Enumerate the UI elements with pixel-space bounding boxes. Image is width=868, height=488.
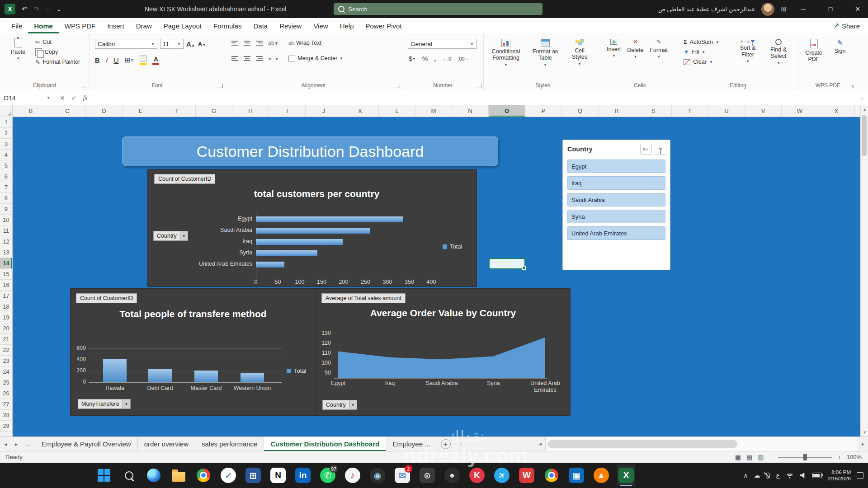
row-header-8[interactable]: 8	[0, 193, 12, 204]
taskbar-file-explorer-icon[interactable]	[170, 465, 188, 486]
wrap-text-button[interactable]: ab Wrap Text	[288, 40, 321, 46]
accounting-format-button[interactable]: $▼	[409, 55, 416, 62]
row-header-2[interactable]: 2	[0, 128, 12, 139]
row-header-13[interactable]: 13	[0, 247, 12, 258]
delete-cells-button[interactable]: ✕ Delete ▼	[627, 39, 643, 59]
wifi-icon[interactable]	[786, 472, 794, 479]
bar-iraq[interactable]	[256, 239, 343, 245]
ribbon-tab-review[interactable]: Review	[274, 18, 307, 33]
scroll-down-icon[interactable]: ▼	[861, 430, 868, 435]
name-box[interactable]: O14 ▼	[0, 90, 54, 105]
tray-expand-icon[interactable]: ∧	[743, 472, 748, 479]
avatar[interactable]	[761, 3, 774, 16]
vertical-scrollbar[interactable]: ▲ ▼	[860, 105, 868, 436]
row-header-29[interactable]: 29	[0, 421, 12, 432]
number-format-select[interactable]: General▼	[408, 39, 476, 49]
align-left-icon[interactable]	[231, 56, 238, 61]
column-header-H[interactable]: H	[232, 105, 269, 117]
column-header-K[interactable]: K	[342, 105, 379, 117]
merge-center-button[interactable]: Merge & Center ▼	[288, 55, 343, 61]
clear-button[interactable]: Clear ▼	[684, 57, 719, 67]
underline-button[interactable]: U	[114, 56, 119, 64]
row-header-24[interactable]: 24	[0, 366, 12, 377]
align-top-icon[interactable]	[231, 41, 238, 46]
row-header-12[interactable]: 12	[0, 236, 12, 247]
row-header-14[interactable]: 14	[0, 258, 12, 269]
dialog-launcher-icon[interactable]	[477, 84, 481, 88]
taskbar-music-app-icon[interactable]: ♪	[344, 465, 362, 486]
notification-center-icon[interactable]	[857, 472, 863, 479]
taskbar-photos-app-icon[interactable]: ▣	[567, 465, 585, 486]
column-header-X[interactable]: X	[818, 105, 855, 117]
row-header-15[interactable]: 15	[0, 269, 12, 280]
prev-sheet-icon[interactable]: ◂	[0, 441, 11, 447]
customize-quick-access-icon[interactable]: ⌄	[56, 5, 62, 13]
next-sheet-icon[interactable]: ▸	[11, 441, 22, 447]
ribbon-tab-page-layout[interactable]: Page Layout	[158, 18, 208, 33]
row-header-20[interactable]: 20	[0, 323, 12, 334]
horizontal-scrollbar[interactable]	[545, 437, 858, 451]
comma-style-button[interactable]: ,	[434, 55, 436, 62]
multi-select-icon[interactable]: ≡✓	[640, 144, 652, 155]
sort-filter-button[interactable]: A→Z Sort & Filter ▼	[736, 39, 760, 63]
decrease-decimal-icon[interactable]: .00→	[458, 56, 469, 61]
taskbar-notion-icon[interactable]: N	[269, 465, 287, 486]
slicer-item-syria[interactable]: Syria	[567, 210, 665, 223]
bar-syria[interactable]	[256, 250, 317, 256]
country-slicer[interactable]: Country ≡✓ EgyptIraqSaudi ArabiaSyriaUni…	[562, 140, 670, 270]
taskbar-whatsapp-icon[interactable]: ✆97	[319, 465, 337, 486]
column-header-R[interactable]: R	[599, 105, 635, 117]
excel-app-icon[interactable]: X	[5, 4, 15, 14]
increase-font-icon[interactable]: A▲	[186, 40, 195, 48]
row-header-4[interactable]: 4	[0, 150, 12, 160]
collapse-ribbon-icon[interactable]: ∧	[851, 84, 854, 89]
column-header-O[interactable]: O	[489, 105, 525, 117]
clear-filter-icon[interactable]	[655, 144, 666, 155]
conditional-formatting-button[interactable]: Conditional Formatting ▼	[488, 39, 524, 67]
language-indicator[interactable]: ع	[776, 472, 779, 479]
ribbon-tab-file[interactable]: File	[5, 18, 28, 33]
taskbar-vlc-app-icon[interactable]: ▲	[592, 465, 610, 486]
battery-icon[interactable]	[812, 473, 822, 478]
row-header-21[interactable]: 21	[0, 334, 12, 345]
sheet-overflow-button[interactable]: …	[22, 441, 35, 447]
hscroll-left-icon[interactable]: ◄	[535, 437, 545, 451]
font-size-select[interactable]: 11▼	[160, 39, 184, 49]
slicer-item-united-arab-emirates[interactable]: United Arab Emirates	[567, 226, 665, 240]
minimize-button[interactable]: ─	[793, 0, 814, 18]
row-header-9[interactable]: 9	[0, 204, 12, 215]
bar-egypt[interactable]	[256, 216, 403, 222]
paste-button[interactable]: Paste ▼	[6, 38, 30, 61]
column-header-D[interactable]: D	[86, 105, 123, 117]
share-button[interactable]: ↗ Share	[833, 22, 860, 30]
touch-mode-icon[interactable]: ◌	[46, 5, 50, 13]
sheet-tab-customer-distribution-dashboard[interactable]: Customer Distribution Dashboard	[264, 437, 386, 451]
dialog-launcher-icon[interactable]	[396, 84, 400, 88]
vertical-scroll-thumb[interactable]	[862, 115, 867, 156]
taskbar-camera-app-icon[interactable]: ⊙	[418, 465, 436, 486]
row-header-18[interactable]: 18	[0, 301, 12, 312]
taskbar-table-app-icon[interactable]: ⊞	[244, 465, 262, 486]
ribbon-tab-formulas[interactable]: Formulas	[208, 18, 248, 33]
undo-icon[interactable]: ↶	[22, 5, 28, 13]
column-header-N[interactable]: N	[452, 105, 489, 117]
bar-hawala[interactable]	[103, 359, 127, 383]
sheet-tab-order-overview[interactable]: order overview	[138, 437, 195, 451]
decrease-indent-icon[interactable]: ◂	[268, 56, 271, 61]
sign-button[interactable]: ✎ Sign	[832, 39, 848, 55]
enter-icon[interactable]: ✓	[71, 94, 77, 102]
volume-icon[interactable]	[800, 473, 807, 479]
column-header-I[interactable]: I	[269, 105, 306, 117]
column-header-J[interactable]: J	[306, 105, 342, 117]
sheet-area[interactable]: Customer Distribution Dashboard Count of…	[13, 117, 860, 436]
row-header-23[interactable]: 23	[0, 356, 12, 366]
cell-styles-button[interactable]: Cell Styles ▼	[567, 39, 592, 66]
selected-cell-O14[interactable]	[489, 258, 525, 269]
onedrive-icon[interactable]: ☁	[754, 472, 760, 479]
horizontal-scroll-thumb[interactable]	[547, 440, 737, 448]
page-break-view-icon[interactable]: ▥	[758, 454, 764, 461]
bold-button[interactable]: B	[95, 56, 100, 64]
row-header-19[interactable]: 19	[0, 312, 12, 323]
ribbon-tab-help[interactable]: Help	[334, 18, 360, 33]
ribbon-tab-power-pivot[interactable]: Power Pivot	[359, 18, 407, 33]
